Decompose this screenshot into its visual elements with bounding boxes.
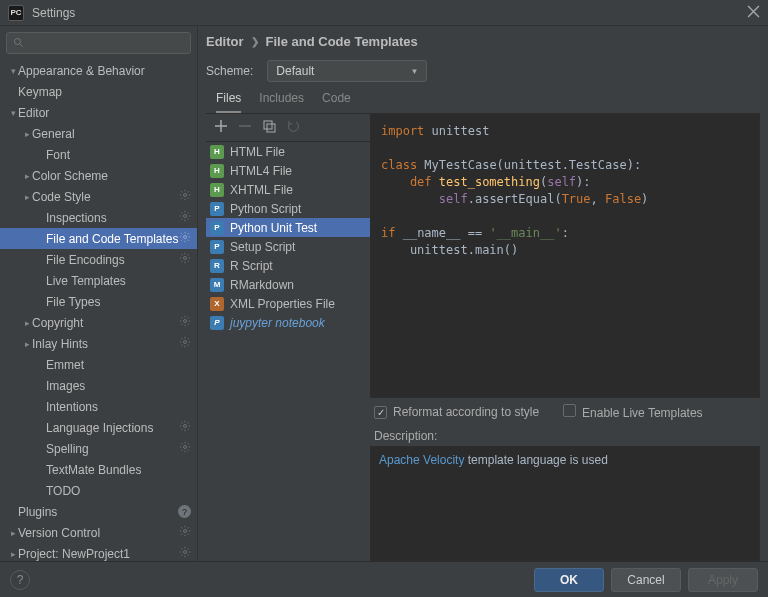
template-tabs: FilesIncludesCode [206,86,760,114]
code-editor[interactable]: import unittest class MyTestCase(unittes… [370,114,760,398]
template-item[interactable]: HHTML File [206,142,370,161]
reformat-checkbox[interactable]: Reformat according to style [374,405,539,419]
svg-point-4 [184,257,187,260]
tree-item[interactable]: ▸Inlay Hints [0,333,197,354]
file-icon: P [210,240,224,254]
file-icon: P [210,202,224,216]
search-input[interactable] [6,32,191,54]
gear-icon [179,525,191,540]
tree-item[interactable]: ▸Color Scheme [0,165,197,186]
breadcrumb: Editor❯File and Code Templates [206,26,760,56]
svg-point-10 [184,551,187,554]
file-icon: M [210,278,224,292]
tree-item[interactable]: TODO [0,480,197,501]
tree-item[interactable]: Plugins? [0,501,197,522]
svg-point-0 [15,39,21,45]
chevron-right-icon: ❯ [251,36,259,47]
gear-icon [179,336,191,351]
copy-icon[interactable] [262,119,276,136]
gear-icon [179,420,191,435]
tree-item[interactable]: ▾Editor [0,102,197,123]
gear-icon [179,231,191,246]
scheme-label: Scheme: [206,64,253,78]
app-logo: PC [8,5,24,21]
template-item[interactable]: XXML Properties File [206,294,370,313]
file-icon: X [210,297,224,311]
tab[interactable]: Includes [259,91,304,113]
tree-item[interactable]: Images [0,375,197,396]
search-icon [13,37,25,49]
file-icon: P [210,221,224,235]
scheme-dropdown[interactable]: Default▼ [267,60,427,82]
template-item[interactable]: Pjuypyter notebook [206,313,370,332]
template-item[interactable]: PSetup Script [206,237,370,256]
live-templates-checkbox[interactable]: Enable Live Templates [563,404,703,420]
file-icon: H [210,145,224,159]
chevron-down-icon: ▼ [410,67,418,76]
remove-icon[interactable] [238,119,252,136]
undo-icon[interactable] [286,119,300,136]
tree-item[interactable]: ▸Project: NewProject1 [0,543,197,561]
info-icon: ? [178,505,191,518]
tree-item[interactable]: ▸Copyright [0,312,197,333]
svg-point-6 [184,341,187,344]
svg-point-7 [184,425,187,428]
tree-item[interactable]: Intentions [0,396,197,417]
template-item[interactable]: PPython Script [206,199,370,218]
tree-item[interactable]: File and Code Templates [0,228,197,249]
ok-button[interactable]: OK [534,568,604,592]
gear-icon [179,546,191,561]
gear-icon [179,441,191,456]
svg-rect-12 [267,124,275,132]
file-icon: H [210,164,224,178]
file-icon: P [210,316,224,330]
description-box: Apache Velocity template language is use… [370,446,760,561]
tree-item[interactable]: Inspections [0,207,197,228]
svg-point-9 [184,530,187,533]
template-item[interactable]: MRMarkdown [206,275,370,294]
tab[interactable]: Files [216,91,241,113]
template-item[interactable]: HHTML4 File [206,161,370,180]
gear-icon [179,189,191,204]
gear-icon [179,252,191,267]
tree-item[interactable]: File Types [0,291,197,312]
velocity-link[interactable]: Apache Velocity [379,453,464,467]
window-title: Settings [32,6,75,20]
add-icon[interactable] [214,119,228,136]
tree-item[interactable]: Spelling [0,438,197,459]
template-item[interactable]: RR Script [206,256,370,275]
tree-item[interactable]: Font [0,144,197,165]
svg-point-3 [184,236,187,239]
tree-item[interactable]: ▸Code Style [0,186,197,207]
close-icon[interactable] [747,5,760,21]
tree-item[interactable]: TextMate Bundles [0,459,197,480]
tree-item[interactable]: ▸Version Control [0,522,197,543]
file-icon: R [210,259,224,273]
svg-point-5 [184,320,187,323]
file-icon: H [210,183,224,197]
tree-item[interactable]: ▸General [0,123,197,144]
template-item[interactable]: HXHTML File [206,180,370,199]
svg-rect-11 [264,121,272,129]
tree-item[interactable]: Language Injections [0,417,197,438]
cancel-button[interactable]: Cancel [611,568,681,592]
settings-sidebar: ▾Appearance & BehaviorKeymap▾Editor▸Gene… [0,26,198,561]
template-item[interactable]: PPython Unit Test [206,218,370,237]
tab[interactable]: Code [322,91,351,113]
svg-point-2 [184,215,187,218]
tree-item[interactable]: File Encodings [0,249,197,270]
tree-item[interactable]: Emmet [0,354,197,375]
tree-item[interactable]: ▾Appearance & Behavior [0,60,197,81]
tree-item[interactable]: Live Templates [0,270,197,291]
tree-item[interactable]: Keymap [0,81,197,102]
svg-point-1 [184,194,187,197]
apply-button[interactable]: Apply [688,568,758,592]
svg-point-8 [184,446,187,449]
gear-icon [179,210,191,225]
description-label: Description: [370,426,760,446]
gear-icon [179,315,191,330]
help-button[interactable]: ? [10,570,30,590]
